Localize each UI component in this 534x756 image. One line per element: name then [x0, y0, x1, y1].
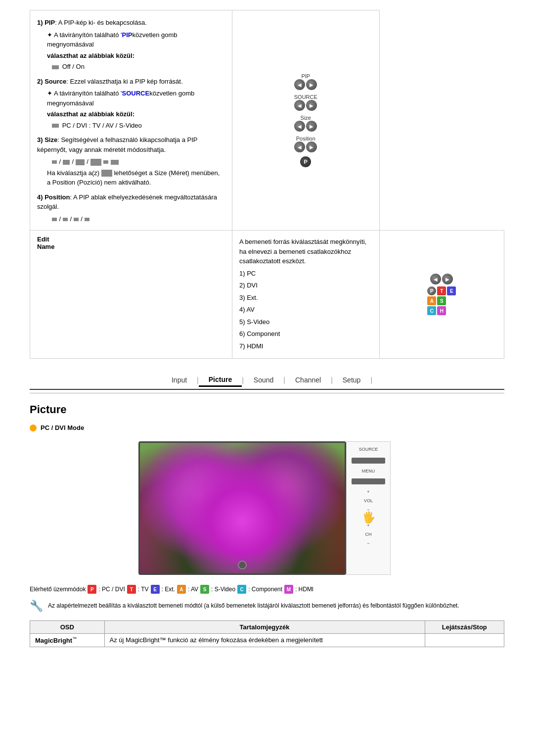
main-info-table: 1) PIP: A PIP-kép ki- és bekapcsolása. ✦…: [30, 10, 504, 359]
nav-item-sound[interactable]: Sound: [244, 374, 283, 386]
tv-vol-label: VOL: [350, 498, 387, 503]
position-side-label: Position: [294, 136, 317, 142]
mode-a-desc: : AV: [188, 586, 198, 593]
tv-menu-label: MENU: [350, 469, 387, 473]
nav-sep-5: |: [370, 376, 372, 384]
edit-item-2: 2) DVI: [239, 281, 372, 290]
pip-btn-left: ◀: [294, 79, 305, 90]
mode-badge-e: E: [151, 585, 160, 594]
magic-bright-label: MagicBright: [35, 637, 72, 644]
pip-item3-title: 3) Size: [37, 136, 57, 143]
mode-badge-m: M: [284, 585, 293, 594]
edit-item-6: 6) Component: [239, 329, 372, 339]
pip-item1-title: 1) PIP: [37, 19, 55, 26]
pip-btn-pair: ◀ ▶: [294, 79, 317, 90]
edit-item-1: 1) PC: [239, 269, 372, 279]
tv-flower-background: [140, 443, 345, 573]
tm-sup: ™: [72, 636, 77, 641]
modes-row: Elérhető üzemmódok P : PC / DVI T : TV E…: [30, 585, 504, 594]
tv-container: SOURCE MENU + VOL − 🖐 + CH −: [30, 441, 504, 575]
mode-badge-a: A: [177, 585, 186, 594]
nav-item-input[interactable]: Input: [162, 374, 197, 386]
tv-wrapper: SOURCE MENU + VOL − 🖐 + CH −: [138, 441, 396, 575]
tv-ch-label: CH: [350, 532, 387, 537]
s-badge: S: [437, 296, 446, 305]
edit-item-3: 3) Ext.: [239, 293, 372, 303]
nav-item-picture[interactable]: Picture: [199, 374, 242, 387]
c-badge: C: [427, 306, 436, 315]
osd-table: OSD Tartalomjegyzék Lejátszás/Stop Magic…: [30, 620, 504, 647]
p-button: P: [300, 156, 311, 167]
mode-badge-s: S: [200, 585, 209, 594]
edit-item-5: 5) S-Video: [239, 317, 372, 327]
tv-plus-label: +: [350, 489, 387, 494]
e-badge: E: [447, 286, 456, 295]
mode-p-desc: : PC / DVI: [98, 586, 125, 593]
pip-item1-note: ✦ A távirányítón található ': [47, 31, 122, 39]
pip-item2-desc: : Ezzel választhatja ki a PIP kép forrás…: [66, 78, 182, 85]
tv-display: SOURCE MENU + VOL − 🖐 + CH −: [138, 441, 396, 575]
edit-btn-left: ◀: [430, 274, 441, 284]
note-row: 🔧 Az alapértelmezett beállítás a kiválas…: [30, 600, 504, 613]
source-btn-right: ▶: [306, 100, 317, 111]
pip-item3-desc: : Segítségével a felhasználó kikapcsolha…: [37, 136, 197, 153]
tv-source-label: SOURCE: [350, 447, 387, 452]
size-icon-group: Size ◀ ▶: [294, 115, 317, 132]
pip-side-icons-cell: PIP ◀ ▶ SOURCE ◀ ▶ Size: [232, 10, 379, 231]
osd-cell-1: MagicBright™: [30, 634, 105, 647]
size-btn-right: ▶: [306, 121, 317, 132]
osd-cell-2: Az új MagicBright™ funkció az élmény fok…: [104, 634, 425, 647]
pip-options2: PC / DVI : TV / AV / S-Video: [52, 121, 225, 131]
tv-side-controls: SOURCE MENU + VOL − 🖐 + CH −: [346, 441, 391, 575]
nav-underline: [30, 393, 504, 393]
picture-section: Picture PC / DVI Mode SOURCE MENU + VOL …: [30, 403, 504, 647]
source-side-label: SOURCE: [294, 94, 317, 100]
modes-label: Elérhető üzemmódok: [30, 586, 86, 593]
h-badge: H: [437, 306, 446, 315]
size-btn-left: ◀: [294, 121, 305, 132]
tv-btn-source: [352, 458, 385, 464]
size-side-label: Size: [294, 115, 317, 121]
position-icon-group: Position ◀ ▶: [294, 136, 317, 152]
p-badge: P: [427, 286, 436, 295]
mode-badge-p: P: [88, 585, 96, 594]
pc-dvi-mode-row: PC / DVI Mode: [30, 424, 504, 431]
edit-btn-right: ▶: [442, 274, 453, 284]
nav-item-channel[interactable]: Channel: [285, 374, 331, 386]
a-badge: A: [427, 296, 436, 305]
tv-minus2-label: −: [350, 541, 387, 546]
nav-item-setup[interactable]: Setup: [333, 374, 371, 386]
mode-badge-t: T: [127, 585, 136, 594]
edit-item-7: 7) HDMI: [239, 341, 372, 351]
source-icon-group: SOURCE ◀ ▶: [294, 94, 317, 111]
pip-btn-right: ▶: [306, 79, 317, 90]
edit-name-icons: ◀ ▶ P T E A S C H: [387, 274, 497, 315]
mode-t-desc: : TV: [138, 586, 149, 593]
pip-content-cell: 1) PIP: A PIP-kép ki- és bekapcsolása. ✦…: [30, 10, 232, 231]
source-btn-pair: ◀ ▶: [294, 100, 317, 111]
edit-name-desc: A bemeneti forrás kiválasztását megkönny…: [239, 237, 372, 266]
tv-btn-menu: [352, 478, 385, 484]
pip-icon-group: PIP ◀ ▶: [294, 73, 317, 90]
mode-e-desc: : Ext.: [162, 586, 175, 593]
edit-name-content: A bemeneti forrás kiválasztását megkönny…: [232, 231, 379, 359]
position-icons: / / /: [52, 214, 225, 224]
mode-m-desc: : HDMI: [295, 586, 313, 593]
mode-s-desc: : S-Video: [211, 586, 235, 593]
tv-dot: [238, 561, 247, 569]
nav-bar: Input | Picture | Sound | Channel | Setu…: [30, 374, 504, 390]
pip-side-icons: PIP ◀ ▶ SOURCE ◀ ▶ Size: [239, 73, 372, 167]
name-label: Name: [37, 243, 54, 250]
pteas-grid: P T E A S C H: [427, 286, 456, 315]
pip-choose2: választhat az alábbiak közül:: [47, 109, 225, 119]
osd-header-3: Lejátszás/Stop: [425, 621, 504, 634]
space-badge: [447, 296, 456, 305]
orange-circle-icon: [30, 425, 37, 431]
pip-keyword: PIP: [122, 31, 133, 39]
edit-btn-pair: ◀ ▶: [430, 274, 453, 284]
pc-dvi-mode-label: PC / DVI Mode: [41, 424, 84, 431]
position-btn-pair: ◀ ▶: [294, 142, 317, 152]
picture-title: Picture: [30, 403, 504, 416]
size-icons: / / /: [52, 157, 225, 167]
pip-choose1: választhat az alábbiak közül:: [47, 51, 225, 61]
